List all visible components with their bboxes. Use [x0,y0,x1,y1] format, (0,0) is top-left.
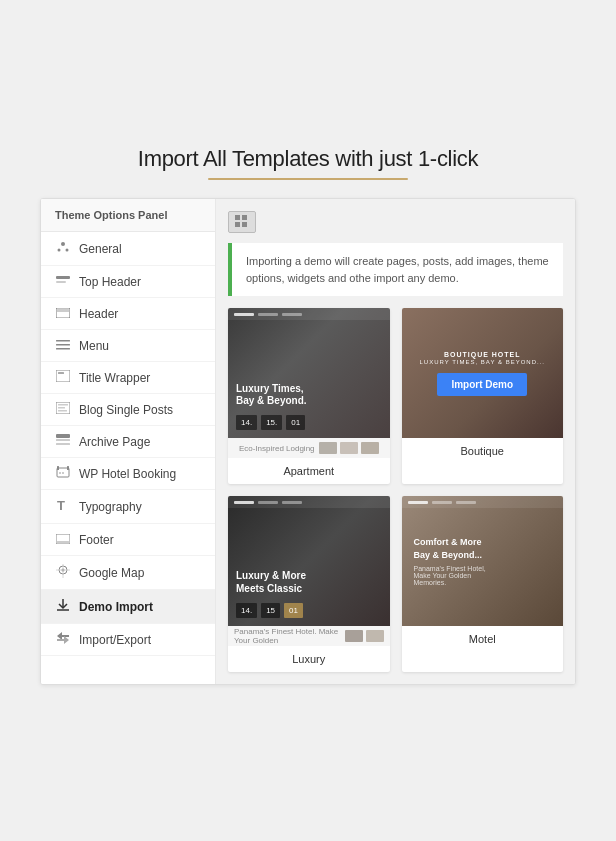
sidebar-item-footer[interactable]: Footer [41,524,215,556]
sidebar-label-title-wrapper: Title Wrapper [79,371,150,385]
sidebar-label-general: General [79,242,122,256]
apartment-counter: 14. 15. 01 [236,415,382,430]
blog-single-posts-icon [55,402,71,417]
google-map-icon [55,564,71,581]
svg-rect-18 [56,443,70,445]
luxury-counter: 14. 15 01 [236,603,382,618]
sidebar-item-google-map[interactable]: Google Map [41,556,215,590]
luxury-thumb-text: Luxury & MoreMeets Classic [236,569,382,595]
sidebar-label-import-export: Import/Export [79,633,151,647]
demo-import-icon [55,598,71,615]
archive-page-icon [55,434,71,449]
svg-rect-17 [56,439,70,441]
sidebar-label-top-header: Top Header [79,275,141,289]
apartment-thumb: Luxury Times,Bay & Beyond. 14. 15. 01 [228,308,390,438]
motel-thumb-text: Comfort & MoreBay & Beyond... [414,536,552,561]
svg-rect-9 [56,348,70,350]
import-export-icon [55,632,71,647]
demo-card-luxury[interactable]: Luxury & MoreMeets Classic 14. 15 01 Pan… [228,496,390,672]
svg-rect-23 [62,472,64,474]
apartment-label: Apartment [228,458,390,484]
sidebar-item-title-wrapper[interactable]: Title Wrapper [41,362,215,394]
luxury-sub-strip: Panama's Finest Hotel. Make Your Golden [228,626,390,646]
svg-rect-34 [242,215,247,220]
sidebar-label-wp-hotel-booking: WP Hotel Booking [79,467,176,481]
svg-rect-6 [57,309,69,312]
motel-thumb: Comfort & MoreBay & Beyond... Panama's F… [402,496,564,626]
info-text: Importing a demo will create pages, post… [246,255,549,284]
headline-underline [208,178,408,180]
svg-rect-15 [58,410,67,412]
sidebar-item-blog-single-posts[interactable]: Blog Single Posts [41,394,215,426]
demo-card-motel[interactable]: Comfort & MoreBay & Beyond... Panama's F… [402,496,564,672]
svg-rect-3 [56,276,70,279]
page-headline: Import All Templates with just 1-click [40,146,576,172]
svg-point-0 [61,242,65,246]
demo-card-boutique[interactable]: BOUTIQUE HOTELLuxury Times, Bay & Beyond… [402,308,564,484]
svg-rect-33 [235,215,240,220]
sidebar-item-demo-import[interactable]: Demo Import [41,590,215,624]
svg-rect-14 [58,407,65,409]
luxury-mini-imgs [345,630,384,642]
boutique-label: Boutique [402,438,564,464]
menu-icon [55,338,71,353]
sidebar-item-archive-page[interactable]: Archive Page [41,426,215,458]
sidebar-label-menu: Menu [79,339,109,353]
svg-rect-13 [58,404,68,406]
sidebar-item-header[interactable]: Header [41,298,215,330]
demos-grid: Luxury Times,Bay & Beyond. 14. 15. 01 Ec… [228,308,563,672]
sidebar-label-footer: Footer [79,533,114,547]
svg-rect-7 [56,340,70,342]
motel-sub-text: Panama's Finest Hotel,Make Your GoldenMe… [414,565,552,586]
luxury-label: Luxury [228,646,390,672]
sidebar-label-archive-page: Archive Page [79,435,150,449]
sidebar-item-menu[interactable]: Menu [41,330,215,362]
footer-icon [55,532,71,547]
boutique-thumb: BOUTIQUE HOTELLuxury Times, Bay & Beyond… [402,308,564,438]
title-wrapper-icon [55,370,71,385]
demo-card-apartment[interactable]: Luxury Times,Bay & Beyond. 14. 15. 01 Ec… [228,308,390,484]
apartment-sub-strip: Eco-Inspired Lodging [228,438,390,458]
general-icon [55,240,71,257]
motel-label: Motel [402,626,564,652]
sidebar-item-general[interactable]: General [41,232,215,266]
svg-rect-35 [235,222,240,227]
toolbar-grid-icon[interactable] [228,211,256,233]
svg-rect-20 [57,466,59,470]
svg-rect-26 [57,541,69,543]
svg-rect-22 [59,472,61,474]
sidebar-item-import-export[interactable]: Import/Export [41,624,215,656]
svg-rect-8 [56,344,70,346]
main-content: Importing a demo will create pages, post… [216,199,575,684]
sidebar-item-wp-hotel-booking[interactable]: WP Hotel Booking [41,458,215,490]
apartment-sub-text: Eco-Inspired Lodging [239,444,315,453]
svg-rect-11 [58,372,64,374]
sidebar-item-typography[interactable]: T Typography [41,490,215,524]
sidebar-label-google-map: Google Map [79,566,144,580]
boutique-thumb-text: BOUTIQUE HOTELLuxury Times, Bay & Beyond… [420,351,545,365]
apartment-thumb-text: Luxury Times,Bay & Beyond. [236,383,382,407]
sidebar-title: Theme Options Panel [41,199,215,232]
svg-rect-21 [67,466,69,470]
sidebar: Theme Options Panel General Top Header H… [41,199,216,684]
sidebar-label-demo-import: Demo Import [79,600,153,614]
svg-text:T: T [57,498,65,512]
wp-hotel-booking-icon [55,466,71,481]
header-icon [55,306,71,321]
svg-rect-16 [56,434,70,438]
apartment-mini-imgs [319,442,379,454]
sidebar-label-header: Header [79,307,118,321]
svg-point-2 [66,249,69,252]
svg-point-1 [58,249,61,252]
top-header-icon [55,274,71,289]
sidebar-item-top-header[interactable]: Top Header [41,266,215,298]
info-box: Importing a demo will create pages, post… [228,243,563,296]
sidebar-label-blog-single-posts: Blog Single Posts [79,403,173,417]
import-demo-button[interactable]: Import Demo [437,373,527,396]
outer-wrapper: Import All Templates with just 1-click T… [20,126,596,715]
typography-icon: T [55,498,71,515]
toolbar [228,211,563,233]
svg-rect-10 [56,370,70,382]
theme-options-panel: Theme Options Panel General Top Header H… [40,198,576,685]
svg-rect-4 [56,281,66,283]
